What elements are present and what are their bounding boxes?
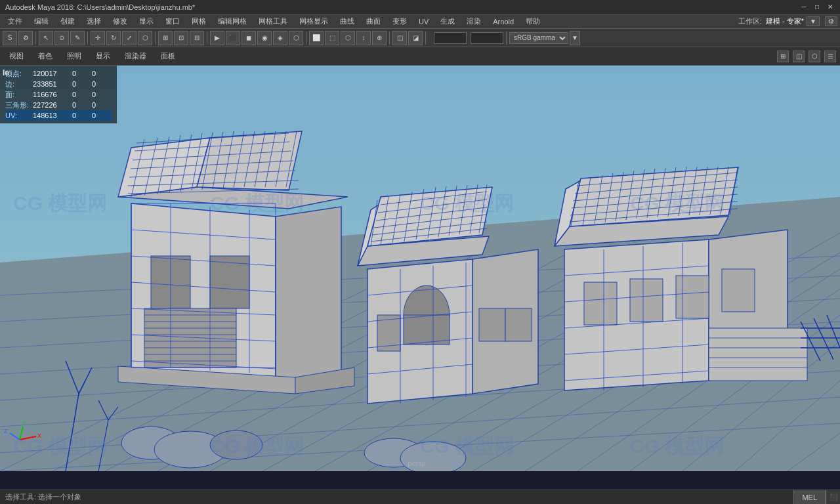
menu-modify[interactable]: 修改 xyxy=(108,15,133,28)
sep4 xyxy=(207,32,207,45)
svg-text:CG 模型网: CG 模型网 xyxy=(210,435,304,457)
toolbar-render5[interactable]: ◈ xyxy=(273,31,287,45)
svg-rect-89 xyxy=(404,315,450,345)
toolbar-snap2[interactable]: ⊡ xyxy=(174,31,188,45)
toolbar-val1[interactable]: 0.00 xyxy=(434,32,467,44)
sep1 xyxy=(35,32,36,45)
svg-rect-120 xyxy=(584,282,617,325)
svg-text:CG 模型网: CG 模型网 xyxy=(630,192,724,214)
sep7 xyxy=(425,32,426,45)
toolbar-extra3[interactable]: ⬡ xyxy=(341,31,355,45)
toolbar-extra4[interactable]: ↕ xyxy=(356,31,371,45)
toolbar-snap1[interactable]: ⊞ xyxy=(158,31,173,45)
view-icon-3[interactable]: ⬡ xyxy=(808,51,820,62)
workspace-label: 工作区: xyxy=(738,16,762,26)
menu-editmesh[interactable]: 编辑网格 xyxy=(213,15,252,28)
sep3 xyxy=(155,32,156,45)
view-menu-shade[interactable]: 着色 xyxy=(33,50,58,62)
view-menu-panel[interactable]: 面板 xyxy=(156,50,180,62)
menu-mesh[interactable]: 网格 xyxy=(186,15,211,28)
menu-display[interactable]: 显示 xyxy=(134,15,159,28)
toolbar-extra5[interactable]: ⊕ xyxy=(372,31,387,45)
view-icon-2[interactable]: ◫ xyxy=(793,51,805,62)
svg-marker-30 xyxy=(197,131,302,190)
svg-text:CG 模型网: CG 模型网 xyxy=(630,435,724,457)
svg-text:Z: Z xyxy=(4,428,8,434)
svg-rect-123 xyxy=(722,269,755,312)
toolbar-select[interactable]: ↖ xyxy=(39,31,53,45)
view-menu-renderer[interactable]: 渲染器 xyxy=(119,50,152,62)
minimize-button[interactable]: ─ xyxy=(799,3,808,12)
toolbar-lasso[interactable]: ⊙ xyxy=(54,31,69,45)
toolbar-snap3[interactable]: ⊟ xyxy=(190,31,204,45)
window-controls: ─ □ ✕ xyxy=(799,3,835,12)
menu-surface[interactable]: 曲面 xyxy=(361,15,386,28)
menu-edit[interactable]: 编辑 xyxy=(29,15,54,28)
toolbar-vis1[interactable]: ◫ xyxy=(392,31,407,45)
sep6 xyxy=(389,32,390,45)
toolbar-paint[interactable]: ✎ xyxy=(70,31,85,45)
toolbar-extra2[interactable]: ⬚ xyxy=(325,31,339,45)
svg-rect-55 xyxy=(144,308,236,368)
menu-meshshow[interactable]: 网格显示 xyxy=(294,15,333,28)
svg-rect-121 xyxy=(630,279,663,322)
menu-select[interactable]: 选择 xyxy=(81,15,106,28)
menu-window[interactable]: 窗口 xyxy=(160,15,185,28)
menu-bar: 文件 编辑 创建 选择 修改 显示 窗口 网格 编辑网格 网格工具 网格显示 曲… xyxy=(0,14,840,29)
toolbar-transform[interactable]: ⬡ xyxy=(138,31,152,45)
menu-help[interactable]: 帮助 xyxy=(520,15,545,28)
sep2 xyxy=(87,32,88,45)
workspace-area: 工作区: 建模 - 专家* ▼ ⚙ xyxy=(738,16,837,26)
toolbar-render4[interactable]: ◉ xyxy=(257,31,272,45)
workspace-settings[interactable]: ⚙ xyxy=(825,16,837,26)
menu-meshtool[interactable]: 网格工具 xyxy=(253,15,293,28)
menu-create[interactable]: 创建 xyxy=(55,15,80,28)
menu-file[interactable]: 文件 xyxy=(3,15,28,28)
status-expand[interactable]: ⬛ xyxy=(826,490,840,504)
svg-text:CG 模型网: CG 模型网 xyxy=(210,192,304,214)
sep8 xyxy=(506,32,507,45)
viewport-3d[interactable]: CG 模型网 CG 模型网 CG 模型网 CG 模型网 CG 模型网 CG 模型… xyxy=(0,66,840,471)
toolbar-move[interactable]: ✛ xyxy=(91,31,105,45)
toolbar-val2[interactable]: 1.00 xyxy=(471,32,503,44)
menu-uv[interactable]: UV xyxy=(413,16,434,27)
toolbar-scale[interactable]: ⤢ xyxy=(122,31,136,45)
menu-render[interactable]: 渲染 xyxy=(461,15,486,28)
maximize-button[interactable]: □ xyxy=(812,3,822,12)
view-menu-show[interactable]: 显示 xyxy=(91,50,116,62)
svg-text:CG 模型网: CG 模型网 xyxy=(420,192,514,214)
svg-rect-122 xyxy=(676,276,709,318)
workspace-dropdown[interactable]: ▼ xyxy=(807,16,820,26)
view-toolbar: 视图 着色 照明 显示 渲染器 面板 ⊞ ◫ ⬡ ☰ xyxy=(0,47,840,66)
view-icon-1[interactable]: ⊞ xyxy=(777,51,789,62)
menu-deform[interactable]: 变形 xyxy=(387,15,412,28)
view-icon-4[interactable]: ☰ xyxy=(824,51,836,62)
view-menu-view[interactable]: 视图 xyxy=(4,50,29,62)
window-title: Autodesk Maya 2018: C:\Users\admin\Deskt… xyxy=(5,3,195,11)
toolbar-render6[interactable]: ⬡ xyxy=(289,31,303,45)
expand-icon: ⬛ xyxy=(830,494,837,501)
svg-text:CG 模型网: CG 模型网 xyxy=(420,435,514,457)
gamma-dropdown[interactable]: ▼ xyxy=(570,31,580,45)
toolbar-vis2[interactable]: ◪ xyxy=(408,31,423,45)
menu-curve[interactable]: 曲线 xyxy=(335,15,360,28)
svg-text:X: X xyxy=(37,432,41,439)
view-menu-light[interactable]: 照明 xyxy=(62,50,87,62)
status-message: 选择工具: 选择一个对象 xyxy=(0,492,793,502)
mel-button[interactable]: MEL xyxy=(793,490,826,504)
menu-arnold[interactable]: Arnold xyxy=(488,16,519,27)
gamma-select[interactable]: sRGB gamma xyxy=(509,32,568,44)
toolbar-extra1[interactable]: ⬜ xyxy=(309,31,324,45)
toolbar-rotate[interactable]: ↻ xyxy=(106,31,121,45)
svg-text:persp: persp xyxy=(408,459,426,467)
toolbar-render3[interactable]: ◼ xyxy=(242,31,256,45)
menu-generate[interactable]: 生成 xyxy=(435,15,460,28)
workspace-value: 建模 - 专家* xyxy=(766,16,804,26)
close-button[interactable]: ✕ xyxy=(826,3,835,12)
sep5 xyxy=(306,32,306,45)
toolbar-render1[interactable]: ▶ xyxy=(210,31,224,45)
toolbar-btn-1[interactable]: S xyxy=(3,31,17,45)
toolbar-btn-2[interactable]: ⚙ xyxy=(18,31,33,45)
svg-rect-92 xyxy=(505,308,532,341)
toolbar-render2[interactable]: ⬛ xyxy=(226,31,240,45)
